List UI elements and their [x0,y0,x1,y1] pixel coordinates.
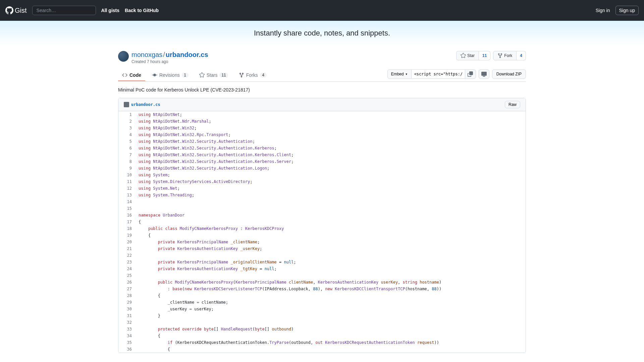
line-number[interactable]: 19 [118,232,135,239]
star-button[interactable]: Star [456,51,479,60]
line-number[interactable]: 27 [118,286,135,292]
line-number[interactable]: 31 [118,312,135,319]
line-number[interactable]: 8 [118,158,135,165]
line-number[interactable]: 16 [118,212,135,219]
line-number[interactable]: 5 [118,138,135,145]
tab-revisions[interactable]: Revisions 1 [148,70,193,81]
line-content [135,205,526,212]
line-number[interactable]: 11 [118,178,135,185]
line-number[interactable]: 26 [118,279,135,286]
file-name-link[interactable]: urbandoor.cs [131,102,160,107]
code-line: 33 protected override byte[] HandleReque… [118,326,526,333]
code-line: 14 [118,198,526,205]
code-line: 3using NtApiDotNet.Win32; [118,125,526,131]
stars-count: 11 [219,73,228,77]
code-line: 2using NtApiDotNet.Ndr.Marshal; [118,118,526,125]
desktop-button[interactable] [479,69,489,79]
tabs-bar: Code Revisions 1 Stars 11 Forks 4 E [118,69,526,82]
line-number[interactable]: 29 [118,299,135,306]
line-number[interactable]: 33 [118,326,135,333]
gist-created-meta: Created 7 hours ago [131,59,456,64]
code-line: 20 private KerberosPrincipalName _client… [118,239,526,245]
code-line: 23 private KerberosPrincipalName _origin… [118,259,526,265]
code-line: 7using NtApiDotNet.Win32.Security.Authen… [118,152,526,158]
line-number[interactable]: 23 [118,259,135,265]
line-number[interactable]: 17 [118,219,135,225]
line-number[interactable]: 3 [118,125,135,131]
gist-logo[interactable]: Gist [5,6,27,14]
code-line: 16namespace UrbanDoor [118,212,526,219]
line-content: namespace UrbanDoor [135,212,526,219]
line-content: using NtApiDotNet; [135,111,526,118]
line-number[interactable]: 36 [118,346,135,353]
line-content: using System.DirectoryServices.ActiveDir… [135,178,526,185]
line-content: private KerberosPrincipalName _originalC… [135,259,526,265]
line-number[interactable]: 13 [118,192,135,198]
line-content: _clientName = clientName; [135,299,526,306]
line-content: : base(new KerberosKDCServerListenerTCP(… [135,286,526,292]
raw-button[interactable]: Raw [505,101,520,108]
line-content: { [135,346,526,353]
line-content: using NtApiDotNet.Win32.Security.Authent… [135,158,526,165]
line-number[interactable]: 24 [118,265,135,272]
line-number[interactable]: 15 [118,205,135,212]
code-line: 19 { [118,232,526,239]
line-content: } [135,312,526,319]
gist-actions: Star 11 Fork 4 [456,51,526,60]
all-gists-link[interactable]: All gists [101,8,119,13]
tab-code[interactable]: Code [118,70,145,81]
signin-link[interactable]: Sign in [596,8,610,13]
line-number[interactable]: 10 [118,172,135,178]
line-number[interactable]: 20 [118,239,135,245]
fork-button[interactable]: Fork [493,51,517,60]
line-number[interactable]: 14 [118,198,135,205]
line-number[interactable]: 18 [118,225,135,232]
line-content: using NtApiDotNet.Win32.Security.Authent… [135,138,526,145]
line-number[interactable]: 1 [118,111,135,118]
line-content: using System.Net; [135,185,526,192]
author-avatar[interactable] [118,51,129,62]
code-line: 8using NtApiDotNet.Win32.Security.Authen… [118,158,526,165]
gist-description: Minimal PoC code for Kerberos Unlock LPE… [118,82,526,95]
tabs: Code Revisions 1 Stars 11 Forks 4 [118,70,271,81]
line-content [135,252,526,259]
line-number[interactable]: 2 [118,118,135,125]
fork-count[interactable]: 4 [517,51,526,60]
copy-icon [468,71,473,77]
embed-dropdown[interactable]: Embed ▼ [387,69,412,79]
search-input[interactable] [32,6,96,15]
line-content: using NtApiDotNet.Win32.Rpc.Transport; [135,131,526,138]
line-number[interactable]: 12 [118,185,135,192]
line-content: public ModifyCNameKerberosProxy(Kerberos… [135,279,526,286]
line-number[interactable]: 7 [118,152,135,158]
line-number[interactable]: 4 [118,131,135,138]
line-number[interactable]: 9 [118,165,135,172]
tab-stars[interactable]: Stars 11 [195,70,232,81]
file-box: urbandoor.cs Raw 1using NtApiDotNet;2usi… [118,98,526,353]
star-count[interactable]: 11 [479,51,490,60]
download-zip-button[interactable]: Download ZIP [492,69,526,79]
line-number[interactable]: 30 [118,306,135,312]
copy-embed-button[interactable] [465,69,476,79]
line-content: private KerberosAuthenticationKey _tgtKe… [135,265,526,272]
line-number[interactable]: 32 [118,319,135,326]
line-number[interactable]: 34 [118,333,135,339]
code-line: 29 _clientName = clientName; [118,299,526,306]
signup-button[interactable]: Sign up [615,6,639,15]
back-to-github-link[interactable]: Back to GitHub [125,8,159,13]
fork-icon [497,53,503,58]
line-number[interactable]: 6 [118,145,135,152]
line-number[interactable]: 28 [118,292,135,299]
tab-forks-label: Forks [246,72,258,78]
author-link[interactable]: monoxgas [131,51,162,58]
line-number[interactable]: 35 [118,339,135,346]
fork-label: Fork [504,53,512,58]
tab-forks[interactable]: Forks 4 [235,70,271,81]
gist-filename-link[interactable]: urbandoor.cs [166,51,208,58]
created-prefix: Created [131,59,147,64]
embed-url-input[interactable] [412,69,465,79]
line-content: private KerberosAuthenticationKey _userK… [135,245,526,252]
line-number[interactable]: 21 [118,245,135,252]
line-number[interactable]: 22 [118,252,135,259]
line-number[interactable]: 25 [118,272,135,279]
